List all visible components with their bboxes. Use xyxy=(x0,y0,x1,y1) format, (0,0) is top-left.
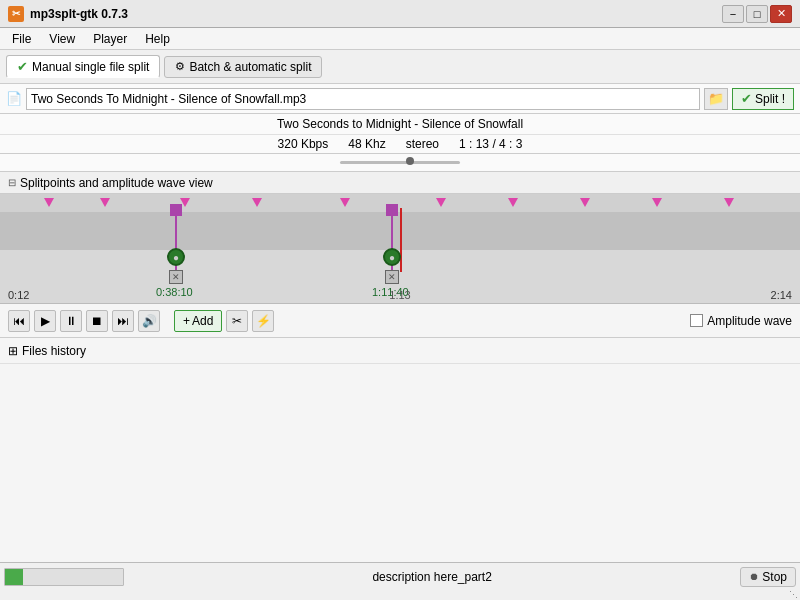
status-bar: description here_part2 ⏺ Stop xyxy=(0,562,800,590)
title-bar: ✂ mp3splt-gtk 0.7.3 − □ ✕ xyxy=(0,0,800,28)
amplitude-checkbox[interactable] xyxy=(690,314,703,327)
time-slider[interactable] xyxy=(340,161,460,164)
split-button[interactable]: ✔ Split ! xyxy=(732,88,794,110)
position: 1 : 13 / 4 : 3 xyxy=(459,137,522,151)
marker-5[interactable] xyxy=(340,198,350,207)
menu-file[interactable]: File xyxy=(4,30,39,48)
marker-6[interactable] xyxy=(436,198,446,207)
sp1-circle: ● xyxy=(167,248,185,266)
time-slider-row xyxy=(0,154,800,172)
sp2-circle: ● xyxy=(383,248,401,266)
files-history-row: ⊞ Files history xyxy=(0,338,800,364)
check-icon: ✔ xyxy=(17,59,28,74)
browse-button[interactable]: 📁 xyxy=(704,88,728,110)
play-button[interactable]: ▶ xyxy=(34,310,56,332)
close-button[interactable]: ✕ xyxy=(770,5,792,23)
bitrate: 320 Kbps xyxy=(278,137,329,151)
tab-batch[interactable]: ⚙ Batch & automatic split xyxy=(164,56,322,78)
batch-icon: ⚙ xyxy=(175,60,185,73)
minimize-button[interactable]: − xyxy=(722,5,744,23)
main-content xyxy=(0,364,800,562)
file-path-input[interactable] xyxy=(26,88,700,110)
marker-7[interactable] xyxy=(508,198,518,207)
channels: stereo xyxy=(406,137,439,151)
stop-label: Stop xyxy=(762,570,787,584)
maximize-button[interactable]: □ xyxy=(746,5,768,23)
sp2-circle-icon: ● xyxy=(389,252,395,263)
time-label-end: 2:14 xyxy=(771,289,792,301)
time-slider-thumb[interactable] xyxy=(406,157,414,165)
samplerate: 48 Khz xyxy=(348,137,385,151)
song-title-row: Two Seconds to Midnight - Silence of Sno… xyxy=(0,114,800,135)
sp1-circle-icon: ● xyxy=(173,252,179,263)
rewind-button[interactable]: ⏮ xyxy=(8,310,30,332)
marker-1[interactable] xyxy=(44,198,54,207)
add-label: Add xyxy=(192,314,213,328)
marker-2[interactable] xyxy=(100,198,110,207)
window-controls: − □ ✕ xyxy=(722,5,792,23)
tab-batch-label: Batch & automatic split xyxy=(189,60,311,74)
marker-9[interactable] xyxy=(652,198,662,207)
stop-button[interactable]: ⏹ xyxy=(86,310,108,332)
magic-button[interactable]: ⚡ xyxy=(252,310,274,332)
resize-handle[interactable]: ⋱ xyxy=(0,590,800,600)
add-icon: + xyxy=(183,314,190,328)
collapse-icon[interactable]: ⊟ xyxy=(8,177,16,188)
progress-bar xyxy=(4,568,124,586)
pause-button[interactable]: ⏸ xyxy=(60,310,82,332)
playhead[interactable] xyxy=(400,208,402,272)
split-label: Split ! xyxy=(755,92,785,106)
status-text: description here_part2 xyxy=(130,570,734,584)
marker-8[interactable] xyxy=(580,198,590,207)
sp1-time: 0:38:10 xyxy=(156,286,193,298)
sp1-cross[interactable]: ✕ xyxy=(169,270,183,284)
scissors-button[interactable]: ✂ xyxy=(226,310,248,332)
add-button[interactable]: + Add xyxy=(174,310,222,332)
app-icon: ✂ xyxy=(8,6,24,22)
tab-manual-label: Manual single file split xyxy=(32,60,149,74)
song-title: Two Seconds to Midnight - Silence of Sno… xyxy=(277,117,523,131)
stop-button-status[interactable]: ⏺ Stop xyxy=(740,567,796,587)
tab-manual[interactable]: ✔ Manual single file split xyxy=(6,55,160,78)
info-details: 320 Kbps 48 Khz stereo 1 : 13 / 4 : 3 xyxy=(0,135,800,154)
marker-10[interactable] xyxy=(724,198,734,207)
time-label-center: 1:13 xyxy=(389,289,410,301)
wave-section-label: Splitpoints and amplitude wave view xyxy=(20,176,213,190)
stop-circle-icon: ⏺ xyxy=(749,571,759,582)
wave-area[interactable]: ● ✕ 0:38:10 ● ✕ 1:11:40 0:12 1:13 2:14 xyxy=(0,194,800,304)
amplitude-checkbox-wrapper[interactable]: Amplitude wave xyxy=(690,314,792,328)
file-row: 📄 📁 ✔ Split ! xyxy=(0,84,800,114)
forward-button[interactable]: ⏭ xyxy=(112,310,134,332)
progress-fill xyxy=(5,569,23,585)
controls-row: ⏮ ▶ ⏸ ⏹ ⏭ 🔊 + Add ✂ ⚡ Amplitude wave xyxy=(0,304,800,338)
marker-4[interactable] xyxy=(252,198,262,207)
volume-button[interactable]: 🔊 xyxy=(138,310,160,332)
menu-help[interactable]: Help xyxy=(137,30,178,48)
wave-section-header: ⊟ Splitpoints and amplitude wave view xyxy=(0,172,800,194)
tabs-bar: ✔ Manual single file split ⚙ Batch & aut… xyxy=(0,50,800,84)
amplitude-label: Amplitude wave xyxy=(707,314,792,328)
menu-view[interactable]: View xyxy=(41,30,83,48)
time-label-start: 0:12 xyxy=(8,289,29,301)
menu-bar: File View Player Help xyxy=(0,28,800,50)
sp2-cross[interactable]: ✕ xyxy=(385,270,399,284)
menu-player[interactable]: Player xyxy=(85,30,135,48)
expand-icon[interactable]: ⊞ xyxy=(8,344,18,358)
split-check-icon: ✔ xyxy=(741,91,752,106)
app-title: mp3splt-gtk 0.7.3 xyxy=(30,7,128,21)
file-icon: 📄 xyxy=(6,91,22,106)
files-history-label: Files history xyxy=(22,344,86,358)
